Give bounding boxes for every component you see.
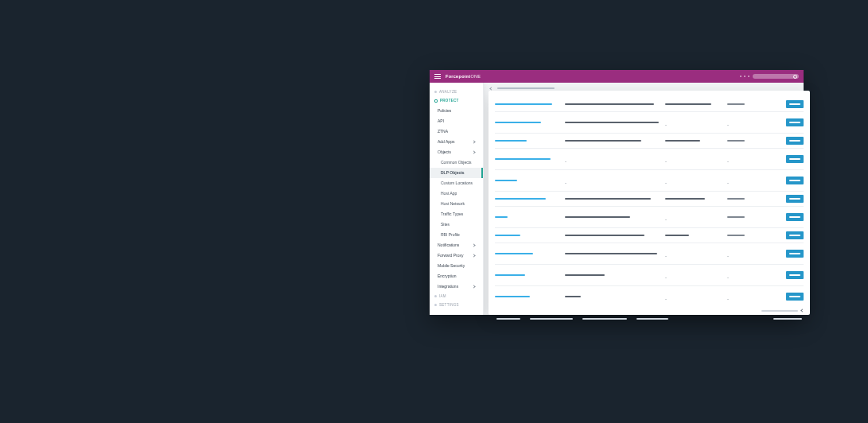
table-row: -- xyxy=(495,286,804,307)
nav-section-settings[interactable]: SETTINGS xyxy=(430,301,483,309)
row-detail xyxy=(565,274,605,276)
cell-empty: - xyxy=(665,297,667,301)
nav-encryption[interactable]: Encryption xyxy=(430,271,483,281)
nav-forward-proxy[interactable]: Forward Proxy xyxy=(430,250,483,261)
row-action-button[interactable] xyxy=(786,250,804,258)
row-action-button[interactable] xyxy=(786,293,804,301)
nav-mobile-security[interactable]: Mobile Security xyxy=(430,261,483,271)
menu-icon[interactable] xyxy=(434,74,441,79)
row-meta xyxy=(665,103,711,105)
row-detail xyxy=(565,235,644,236)
row-action-button[interactable] xyxy=(786,213,804,221)
row-name[interactable] xyxy=(495,253,533,255)
nav-integrations[interactable]: Integrations xyxy=(430,281,483,292)
row-action-button[interactable] xyxy=(786,177,804,184)
nav-ztna[interactable]: ZTNA xyxy=(430,126,483,137)
row-detail xyxy=(565,296,581,297)
row-action-button[interactable] xyxy=(786,271,804,279)
nav-section-protect[interactable]: PROTECT xyxy=(430,96,483,105)
row-name[interactable] xyxy=(495,235,520,237)
row-name[interactable] xyxy=(495,216,508,219)
table-row: -- xyxy=(495,243,804,265)
chevron-right-icon xyxy=(472,254,475,257)
search-input[interactable] xyxy=(753,74,799,79)
cell-empty: - xyxy=(665,180,667,185)
cell-empty: - xyxy=(665,254,667,258)
row-name[interactable] xyxy=(495,158,551,161)
row-status xyxy=(727,103,745,105)
row-meta xyxy=(665,198,705,200)
pagination-info xyxy=(761,310,798,312)
chevron-right-icon xyxy=(472,243,475,246)
row-name[interactable] xyxy=(495,122,541,124)
row-status xyxy=(727,235,745,236)
row-action-button[interactable] xyxy=(786,195,804,203)
topbar-actions[interactable] xyxy=(740,76,749,77)
table-row: --- xyxy=(495,149,804,170)
data-table: --------------- xyxy=(495,97,804,307)
row-detail xyxy=(565,253,657,254)
row-meta xyxy=(665,235,689,236)
breadcrumb-text xyxy=(497,87,555,89)
nav-sites[interactable]: Sites xyxy=(430,219,483,230)
row-name[interactable] xyxy=(495,103,552,106)
nav-objects[interactable]: Objects xyxy=(430,147,483,157)
row-name[interactable] xyxy=(495,296,530,298)
row-action-button[interactable] xyxy=(786,137,804,145)
nav-traffic-types[interactable]: Traffic Types xyxy=(430,209,483,219)
cell-empty: - xyxy=(565,159,566,164)
table-row xyxy=(495,134,804,149)
table-row xyxy=(495,228,804,243)
nav-dlp-objects[interactable]: DLP Objects xyxy=(430,168,483,178)
row-detail xyxy=(565,122,659,123)
topbar: ForcepointONE xyxy=(430,70,804,83)
nav-host-app[interactable]: Host App xyxy=(430,188,483,199)
panel-footer xyxy=(495,307,804,312)
content-area: --------------- xyxy=(484,83,804,315)
nav-common-objects[interactable]: Common Objects xyxy=(430,157,483,168)
row-name[interactable] xyxy=(495,180,517,182)
cell-empty: - xyxy=(727,122,729,127)
chevron-right-icon xyxy=(472,285,475,288)
row-meta xyxy=(665,140,700,142)
cell-empty: - xyxy=(665,217,667,222)
app-window: ForcepointONE ANALYZE PROTECT Policies A… xyxy=(430,70,804,315)
table-row: -- xyxy=(495,265,804,286)
cell-empty: - xyxy=(727,159,729,164)
cell-empty: - xyxy=(727,180,729,185)
nav-policies[interactable]: Policies xyxy=(430,106,483,116)
row-name[interactable] xyxy=(495,274,525,277)
row-status xyxy=(727,140,745,142)
chevron-right-icon xyxy=(472,140,475,143)
row-action-button[interactable] xyxy=(786,100,804,108)
row-action-button[interactable] xyxy=(786,231,804,239)
row-action-button[interactable] xyxy=(786,118,804,126)
table-row: - xyxy=(495,207,804,228)
nav-section-analyze[interactable]: ANALYZE xyxy=(430,87,483,96)
cell-empty: - xyxy=(665,275,667,280)
row-name[interactable] xyxy=(495,140,527,142)
row-detail xyxy=(565,140,641,142)
row-name[interactable] xyxy=(495,198,546,200)
nav-host-network[interactable]: Host Network xyxy=(430,199,483,209)
chevron-left-icon[interactable] xyxy=(800,309,804,312)
row-status xyxy=(727,216,745,218)
table-row: -- xyxy=(495,112,804,134)
chevron-left-icon[interactable] xyxy=(489,87,492,90)
cell-empty: - xyxy=(665,159,667,164)
nav-custom-locations[interactable]: Custom Locations xyxy=(430,178,483,188)
table-row: --- xyxy=(495,170,804,192)
nav-rbi-profile[interactable]: RBI Profile xyxy=(430,230,483,240)
nav-section-iam[interactable]: IAM xyxy=(430,292,483,301)
row-status xyxy=(727,198,745,200)
row-action-button[interactable] xyxy=(786,155,804,163)
nav-add-apps[interactable]: Add Apps xyxy=(430,137,483,147)
data-panel: --------------- xyxy=(488,91,810,315)
nav-api[interactable]: API xyxy=(430,116,483,126)
sidebar: ANALYZE PROTECT Policies API ZTNA Add Ap… xyxy=(430,83,484,315)
cell-empty: - xyxy=(727,297,729,301)
nav-notifications[interactable]: Notifications xyxy=(430,240,483,250)
row-detail xyxy=(565,198,651,200)
cell-empty: - xyxy=(565,180,566,185)
chevron-right-icon xyxy=(472,150,475,153)
